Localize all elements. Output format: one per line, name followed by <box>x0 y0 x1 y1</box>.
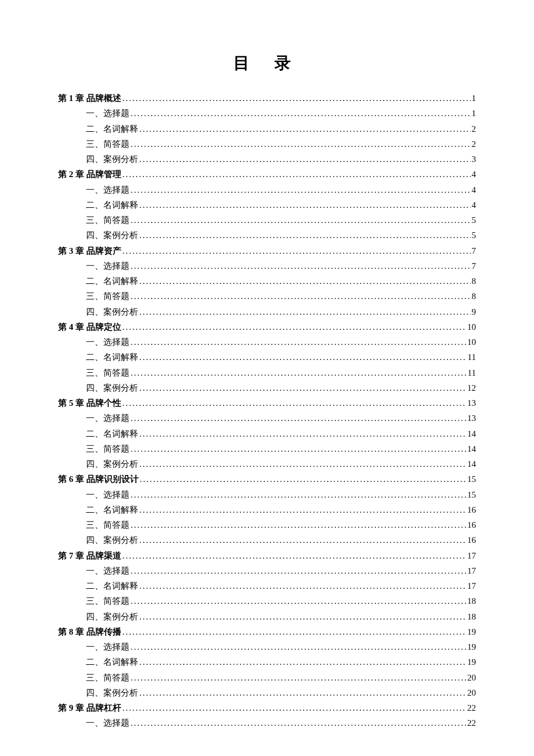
toc-entry-label: 一、选择题 <box>86 411 129 426</box>
toc-section-row: 一、选择题7 <box>86 258 476 273</box>
toc-leader-dots <box>131 670 466 685</box>
toc-chapter-row: 第 2 章 品牌管理4 <box>58 167 476 182</box>
toc-section-row: 二、名词解释8 <box>86 273 476 289</box>
toc-chapter-row: 第 4 章 品牌定位10 <box>58 319 476 334</box>
toc-section-row: 三、简答题16 <box>86 517 476 532</box>
toc-entry-label: 一、选择题 <box>86 715 129 730</box>
toc-entry-page: 5 <box>472 213 477 228</box>
toc-entry-page: 1 <box>472 91 477 106</box>
toc-leader-dots <box>139 426 466 441</box>
toc-entry-label: 第 4 章 品牌定位 <box>58 319 121 334</box>
toc-entry-label: 三、简答题 <box>86 441 129 456</box>
toc-entry-label: 一、选择题 <box>86 487 129 502</box>
toc-section-row: 四、案例分析3 <box>86 152 476 167</box>
toc-entry-page: 4 <box>472 182 477 197</box>
toc-leader-dots <box>139 456 466 471</box>
toc-section-row: 一、选择题22 <box>86 715 476 730</box>
toc-entry-label: 一、选择题 <box>86 182 129 197</box>
toc-leader-dots <box>131 182 471 197</box>
toc-section-row: 一、选择题19 <box>86 639 476 654</box>
toc-entry-page: 16 <box>467 532 476 548</box>
toc-entry-page: 12 <box>467 380 476 395</box>
toc-leader-dots <box>122 624 466 639</box>
toc-leader-dots <box>139 228 471 243</box>
toc-leader-dots <box>131 639 466 654</box>
toc-entry-page: 2 <box>472 121 477 136</box>
toc-section-row: 二、名词解释17 <box>86 578 476 593</box>
toc-section-row: 二、名词解释11 <box>86 350 476 365</box>
toc-entry-label: 四、案例分析 <box>86 304 138 319</box>
toc-entry-page: 9 <box>472 304 477 319</box>
toc-entry-label: 四、案例分析 <box>86 685 138 700</box>
toc-section-row: 一、选择题4 <box>86 182 476 197</box>
toc-entry-label: 第 2 章 品牌管理 <box>58 167 121 182</box>
toc-leader-dots <box>139 304 471 319</box>
toc-entry-page: 10 <box>467 319 476 334</box>
toc-chapter-row: 第 9 章 品牌杠杆22 <box>58 700 476 715</box>
toc-section-row: 一、选择题1 <box>86 106 476 121</box>
toc-entry-label: 第 1 章 品牌概述 <box>58 91 121 106</box>
toc-entry-label: 二、名词解释 <box>86 426 138 441</box>
toc-leader-dots <box>122 700 466 715</box>
toc-section-row: 一、选择题13 <box>86 411 476 426</box>
toc-section-row: 四、案例分析20 <box>86 685 476 700</box>
toc-section-row: 三、简答题8 <box>86 289 476 304</box>
toc-entry-label: 四、案例分析 <box>86 609 138 624</box>
toc-section-row: 一、选择题15 <box>86 487 476 502</box>
toc-entry-label: 第 3 章 品牌资产 <box>58 243 121 258</box>
toc-leader-dots <box>122 395 466 411</box>
toc-entry-label: 第 6 章 品牌识别设计 <box>58 471 139 487</box>
toc-title: 目 录 <box>58 52 476 74</box>
toc-chapter-row: 第 1 章 品牌概述1 <box>58 91 476 106</box>
toc-entry-page: 22 <box>467 700 476 715</box>
toc-entry-label: 一、选择题 <box>86 334 129 350</box>
toc-leader-dots <box>131 487 466 502</box>
toc-leader-dots <box>139 609 466 624</box>
toc-entry-label: 第 8 章 品牌传播 <box>58 624 121 639</box>
toc-leader-dots <box>131 289 471 304</box>
toc-entry-page: 10 <box>467 334 476 350</box>
toc-entry-page: 7 <box>472 258 477 273</box>
toc-entry-label: 三、简答题 <box>86 517 129 532</box>
toc-entry-page: 16 <box>467 517 476 532</box>
toc-chapter-row: 第 3 章 品牌资产7 <box>58 243 476 258</box>
toc-entry-label: 四、案例分析 <box>86 152 138 167</box>
toc-entry-page: 18 <box>467 593 476 609</box>
toc-entry-page: 18 <box>467 609 476 624</box>
toc-entry-page: 4 <box>472 197 477 213</box>
toc-entry-page: 14 <box>467 456 476 471</box>
toc-entry-label: 二、名词解释 <box>86 654 138 669</box>
toc-leader-dots <box>131 106 471 121</box>
toc-entry-label: 三、简答题 <box>86 289 129 304</box>
toc-chapter-row: 第 8 章 品牌传播19 <box>58 624 476 639</box>
toc-section-row: 二、名词解释2 <box>86 121 476 136</box>
toc-entry-page: 15 <box>467 471 476 487</box>
toc-leader-dots <box>122 319 466 334</box>
toc-leader-dots <box>131 593 466 609</box>
toc-leader-dots <box>131 715 466 730</box>
toc-leader-dots <box>139 152 471 167</box>
toc-section-row: 四、案例分析12 <box>86 380 476 395</box>
toc-entry-label: 第 5 章 品牌个性 <box>58 395 121 411</box>
toc-section-row: 三、简答题11 <box>86 365 476 380</box>
toc-entry-label: 三、简答题 <box>86 670 129 685</box>
toc-leader-dots <box>139 578 466 593</box>
toc-entry-label: 一、选择题 <box>86 563 129 578</box>
toc-entry-page: 16 <box>467 502 476 517</box>
toc-entry-page: 13 <box>467 411 476 426</box>
toc-entry-label: 二、名词解释 <box>86 350 138 365</box>
toc-entry-label: 四、案例分析 <box>86 532 138 548</box>
toc-leader-dots <box>122 548 466 563</box>
toc-leader-dots <box>139 350 467 365</box>
toc-section-row: 三、简答题5 <box>86 213 476 228</box>
toc-entry-label: 三、简答题 <box>86 365 129 380</box>
toc-entry-label: 一、选择题 <box>86 258 129 273</box>
toc-section-row: 三、简答题20 <box>86 670 476 685</box>
toc-leader-dots <box>139 197 471 213</box>
toc-entry-page: 19 <box>467 639 476 654</box>
toc-entry-page: 13 <box>467 395 476 411</box>
toc-entry-page: 14 <box>467 441 476 456</box>
toc-entry-label: 四、案例分析 <box>86 380 138 395</box>
toc-entry-label: 一、选择题 <box>86 106 129 121</box>
toc-leader-dots <box>122 167 471 182</box>
